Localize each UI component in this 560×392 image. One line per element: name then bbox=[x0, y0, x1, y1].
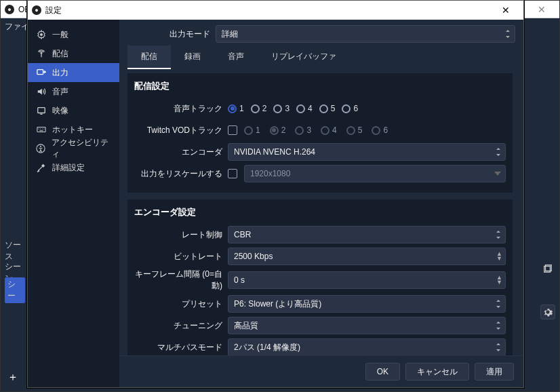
vod-track-radio-3 bbox=[295, 126, 304, 135]
multipass-select[interactable]: 2パス (1/4 解像度) bbox=[228, 338, 506, 355]
section-title: 配信設定 bbox=[134, 80, 506, 92]
output-mode-row: 出力モード 詳細 bbox=[119, 20, 523, 45]
display-icon bbox=[36, 106, 47, 115]
encoder-settings-section: エンコーダ設定 レート制御CBR ビットレート2500 Kbps▲▼ キーフレー… bbox=[127, 199, 513, 355]
speaker-icon bbox=[36, 87, 47, 96]
settings-gear-button[interactable] bbox=[540, 305, 555, 319]
sidebar-item-stream[interactable]: 配信 bbox=[28, 44, 119, 63]
audio-track-radio-4[interactable] bbox=[296, 104, 305, 113]
add-scene-button[interactable]: ＋ bbox=[6, 371, 20, 385]
chevron-updown-icon bbox=[496, 321, 501, 330]
chevron-updown-icon bbox=[496, 343, 501, 351]
sidebar-item-label: 詳細設定 bbox=[52, 162, 85, 174]
tab-stream[interactable]: 配信 bbox=[127, 45, 171, 69]
accessibility-icon bbox=[36, 144, 46, 153]
sidebar-item-label: 配信 bbox=[52, 48, 68, 60]
bitrate-label: ビットレート bbox=[134, 251, 222, 262]
sidebar-item-label: アクセシビリティ bbox=[52, 137, 111, 160]
keyframe-label: キーフレーム間隔 (0=自動) bbox=[134, 269, 222, 292]
sidebar-item-hotkeys[interactable]: ホットキー bbox=[28, 120, 119, 139]
obs-icon: ● bbox=[32, 5, 41, 15]
encoder-label: エンコーダ bbox=[134, 146, 222, 158]
sidebar-item-general[interactable]: 一般 bbox=[28, 25, 119, 44]
bitrate-input[interactable]: 2500 Kbps▲▼ bbox=[228, 248, 506, 265]
sidebar-item-output[interactable]: 出力 bbox=[28, 63, 119, 82]
audio-track-radio-3[interactable] bbox=[273, 104, 282, 113]
spinner-arrows-icon[interactable]: ▲▼ bbox=[496, 252, 502, 261]
svg-point-8 bbox=[40, 146, 41, 147]
select-value: 1920x1080 bbox=[250, 169, 290, 178]
audio-track-row: 音声トラック 1 2 3 4 5 6 bbox=[134, 99, 506, 118]
svg-rect-5 bbox=[38, 108, 45, 113]
section-title: エンコーダ設定 bbox=[134, 206, 506, 218]
preset-select[interactable]: P6: Slower (より高品質) bbox=[228, 295, 506, 313]
layers-icon[interactable] bbox=[540, 261, 555, 276]
audio-track-radio-6[interactable] bbox=[342, 104, 351, 113]
output-mode-select[interactable]: 詳細 bbox=[216, 25, 515, 43]
dialog-titlebar: ● 設定 ✕ bbox=[28, 1, 523, 20]
select-value: NVIDIA NVENC H.264 bbox=[234, 147, 315, 157]
encoder-select[interactable]: NVIDIA NVENC H.264 bbox=[228, 143, 506, 161]
sidebar-item-label: 映像 bbox=[52, 105, 68, 117]
dialog-footer: OK キャンセル 適用 bbox=[119, 355, 523, 387]
sidebar-item-label: 出力 bbox=[52, 67, 68, 79]
chevron-updown-icon bbox=[496, 300, 501, 308]
settings-content: 出力モード 詳細 配信 録画 音声 リプレイバッファ 配信設定 音声トラック bbox=[119, 20, 523, 387]
rate-control-label: レート制御 bbox=[134, 229, 222, 241]
tab-replay[interactable]: リプレイバッファ bbox=[258, 45, 350, 69]
dialog-body: 一般 配信 出力 音声 映像 ホットキー アクセシビリティ 詳細設定 出力モード… bbox=[28, 20, 523, 387]
tab-audio[interactable]: 音声 bbox=[214, 45, 258, 69]
tab-record[interactable]: 録画 bbox=[171, 45, 214, 69]
sidebar-item-video[interactable]: 映像 bbox=[28, 101, 119, 120]
audio-track-radio-2[interactable] bbox=[251, 104, 260, 113]
svg-point-3 bbox=[41, 52, 42, 54]
apply-button[interactable]: 適用 bbox=[475, 363, 514, 380]
stream-settings-section: 配信設定 音声トラック 1 2 3 4 5 6 Twitch VO bbox=[127, 73, 513, 193]
select-value: 詳細 bbox=[222, 28, 238, 40]
svg-rect-6 bbox=[37, 128, 45, 132]
tools-icon bbox=[36, 163, 47, 172]
gear-icon bbox=[36, 30, 47, 39]
file-menu[interactable]: ファイ bbox=[5, 21, 29, 33]
settings-sidebar: 一般 配信 出力 音声 映像 ホットキー アクセシビリティ 詳細設定 bbox=[28, 20, 119, 387]
rescale-field: 1920x1080 bbox=[228, 165, 506, 182]
sidebar-item-advanced[interactable]: 詳細設定 bbox=[28, 158, 119, 177]
svg-rect-4 bbox=[37, 70, 43, 75]
svg-point-2 bbox=[40, 33, 43, 36]
chevron-updown-icon bbox=[496, 148, 501, 156]
ok-button[interactable]: OK bbox=[365, 363, 400, 380]
twitch-vod-row: Twitch VODトラック 1 2 3 4 5 6 bbox=[134, 121, 506, 140]
settings-scroll[interactable]: 配信設定 音声トラック 1 2 3 4 5 6 Twitch VO bbox=[119, 69, 521, 355]
cancel-button[interactable]: キャンセル bbox=[405, 363, 469, 380]
audio-track-label: 音声トラック bbox=[134, 103, 222, 115]
vod-track-radio-6 bbox=[372, 126, 380, 135]
tuning-label: チューニング bbox=[134, 320, 222, 332]
vod-track-radio-4 bbox=[321, 126, 329, 135]
sidebar-item-accessibility[interactable]: アクセシビリティ bbox=[28, 139, 119, 158]
settings-dialog: ● 設定 ✕ 一般 配信 出力 音声 映像 ホットキー アクセシビリティ 詳細設… bbox=[27, 0, 524, 388]
encoder-row: エンコーダ NVIDIA NVENC H.264 bbox=[134, 142, 506, 161]
rescale-checkbox[interactable] bbox=[228, 169, 237, 178]
chevron-updown-icon bbox=[496, 231, 501, 239]
scene-item-active[interactable]: シー bbox=[5, 277, 25, 303]
sidebar-item-label: 音声 bbox=[52, 86, 68, 98]
tuning-select[interactable]: 高品質 bbox=[228, 317, 506, 334]
antenna-icon bbox=[36, 49, 47, 58]
audio-track-radio-1[interactable] bbox=[228, 104, 237, 113]
vod-track-radio-2 bbox=[270, 126, 279, 135]
rescale-label: 出力をリスケールする bbox=[134, 168, 222, 180]
dialog-close-button[interactable]: ✕ bbox=[492, 5, 519, 16]
spinner-arrows-icon[interactable]: ▲▼ bbox=[496, 275, 502, 285]
rescale-row: 出力をリスケールする 1920x1080 bbox=[134, 164, 506, 183]
main-close-icon[interactable]: ✕ bbox=[528, 4, 555, 15]
rate-control-select[interactable]: CBR bbox=[228, 226, 506, 243]
keyframe-input[interactable]: 0 s▲▼ bbox=[228, 271, 506, 289]
rescale-select: 1920x1080 bbox=[244, 165, 506, 182]
twitch-vod-checkbox[interactable] bbox=[228, 125, 237, 135]
twitch-vod-label: Twitch VODトラック bbox=[134, 125, 222, 136]
audio-track-group: 1 2 3 4 5 6 bbox=[228, 104, 506, 113]
audio-track-radio-5[interactable] bbox=[319, 104, 328, 113]
preset-label: プリセット bbox=[134, 298, 222, 310]
sidebar-item-label: ホットキー bbox=[52, 124, 93, 136]
sidebar-item-audio[interactable]: 音声 bbox=[28, 82, 119, 101]
